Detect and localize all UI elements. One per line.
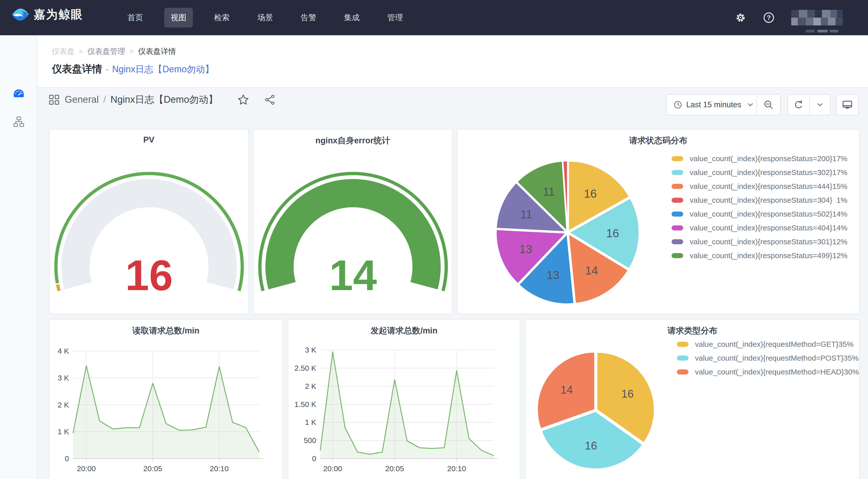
legend-item[interactable]: value_count(_index){responseStatus=302}1… — [672, 167, 847, 178]
sidebar-sitemap-icon[interactable] — [13, 116, 24, 127]
time-zoom-out-button[interactable] — [757, 95, 780, 115]
gear-icon[interactable] — [735, 12, 746, 23]
chevron-down-icon — [748, 103, 753, 107]
gauge-chart-pv: 16 — [50, 129, 249, 315]
folder-name[interactable]: General — [65, 94, 99, 105]
legend-swatch — [677, 356, 688, 361]
legend-swatch — [677, 342, 688, 347]
legend-label: value_count(_index){responseStatus=404} — [690, 223, 832, 232]
svg-text:11: 11 — [543, 185, 555, 198]
legend-percent: 14% — [832, 223, 847, 232]
legend-item[interactable]: value_count(_index){requestMethod=POST}3… — [677, 353, 847, 364]
svg-text:20:05: 20:05 — [143, 465, 162, 473]
svg-text:3 K: 3 K — [305, 346, 316, 354]
svg-text:2 K: 2 K — [58, 401, 69, 409]
legend-percent: 15% — [832, 182, 847, 191]
panel-nginx-error: nginx自身error统计 14 — [253, 129, 453, 314]
legend-item[interactable]: value_count(_index){responseStatus=404}1… — [672, 222, 847, 234]
svg-text:2.50 K: 2.50 K — [294, 364, 316, 372]
user-avatar-blurred[interactable] — [791, 10, 843, 25]
star-favorite-icon[interactable] — [238, 94, 249, 105]
legend-item[interactable]: value_count(_index){responseStatus=502}1… — [672, 209, 847, 219]
svg-text:?: ? — [767, 14, 771, 22]
help-icon[interactable]: ? — [763, 12, 775, 23]
legend-percent: 12% — [832, 251, 847, 260]
refresh-button[interactable] — [788, 95, 809, 115]
legend-item[interactable]: value_count(_index){responseStatus=304}1… — [672, 195, 847, 206]
top-nav: 嘉为鲸眼 首页视图检索场景告警集成管理 ? — [0, 0, 868, 35]
legend-percent: 12% — [832, 238, 847, 246]
svg-text:16: 16 — [125, 251, 173, 299]
legend-label: value_count(_index){responseStatus=301} — [690, 238, 832, 246]
svg-text:11: 11 — [520, 208, 532, 221]
nav-item-1[interactable]: 视图 — [164, 8, 193, 27]
logo-text: 嘉为鲸眼 — [34, 7, 83, 22]
nav-item-2[interactable]: 检索 — [208, 8, 236, 27]
svg-text:1 K: 1 K — [305, 418, 316, 426]
svg-text:14: 14 — [329, 251, 377, 299]
nav-item-5[interactable]: 集成 — [337, 8, 366, 27]
nav-item-0[interactable]: 首页 — [121, 8, 150, 27]
panel-read-requests: 读取请求总数/min 4 K3 K2 K1 K020:0020:0520:10 — [49, 319, 283, 479]
legend-label: value_count(_index){requestMethod=GET} — [695, 340, 839, 349]
clock-icon — [674, 100, 682, 109]
legend-item[interactable]: value_count(_index){responseStatus=200}1… — [672, 153, 847, 164]
svg-text:0: 0 — [312, 454, 316, 462]
legend-item[interactable]: value_count(_index){requestMethod=HEAD}3… — [677, 366, 847, 378]
svg-text:13: 13 — [519, 242, 532, 256]
svg-text:14: 14 — [585, 264, 598, 277]
breadcrumb: 仪表盘 > 仪表盘管理 > 仪表盘详情 — [52, 46, 176, 57]
legend-percent: 1% — [837, 196, 847, 205]
dashboard-grid-icon[interactable] — [49, 95, 59, 105]
legend-swatch — [672, 239, 683, 244]
time-range-picker[interactable]: Last 15 minutes — [666, 95, 756, 115]
svg-text:20:00: 20:00 — [77, 465, 96, 473]
svg-text:1 K: 1 K — [58, 427, 69, 436]
svg-text:16: 16 — [585, 440, 597, 452]
legend-percent: 35% — [839, 340, 854, 349]
refresh-icon — [794, 100, 804, 110]
legend-swatch — [672, 253, 683, 258]
legend-percent: 30% — [844, 368, 859, 376]
breadcrumb-dashboard-manage[interactable]: 仪表盘管理 — [87, 46, 125, 57]
panel-response-status: 请求状态码分布 16161413131111 value_count(_inde… — [457, 129, 860, 314]
legend-item[interactable]: value_count(_index){responseStatus=301}1… — [672, 236, 847, 247]
chevron-down-icon — [817, 103, 823, 107]
nav-item-4[interactable]: 告警 — [294, 8, 323, 27]
sidebar-dashboard-icon[interactable] — [13, 89, 24, 99]
svg-text:4 K: 4 K — [58, 347, 69, 355]
legend-item[interactable]: value_count(_index){responseStatus=444}1… — [672, 181, 847, 192]
legend-swatch — [672, 156, 683, 161]
panel-pv: PV 16 — [49, 129, 249, 314]
path-separator: / — [103, 94, 106, 105]
legend-item[interactable]: value_count(_index){requestMethod=GET}35… — [677, 339, 847, 350]
nav-item-6[interactable]: 管理 — [381, 8, 409, 27]
nav-item-3[interactable]: 场景 — [251, 8, 280, 27]
page-subtitle-dashboard-name: Nginx日志【Demo勿动】 — [112, 63, 214, 76]
dashboard-path: General / Nginx日志【Demo勿动】 — [65, 93, 218, 106]
panel-sent-requests: 发起请求总数/min 3 K2.50 K2 K1.50 K1 K500020:0… — [288, 319, 520, 479]
svg-text:16: 16 — [606, 227, 619, 240]
left-sidebar — [0, 35, 37, 479]
breadcrumb-dashboard: 仪表盘 — [52, 46, 74, 57]
svg-text:16: 16 — [584, 187, 597, 200]
tv-mode-group — [836, 94, 859, 115]
tv-mode-button[interactable] — [837, 95, 858, 115]
legend-label: value_count(_index){requestMethod=POST} — [695, 354, 844, 362]
monitor-icon — [842, 100, 852, 110]
share-icon[interactable] — [265, 94, 275, 105]
zoom-out-icon — [764, 100, 774, 110]
refresh-interval-dropdown[interactable] — [810, 95, 830, 115]
legend-swatch — [672, 170, 683, 175]
svg-text:20:10: 20:10 — [210, 465, 229, 473]
svg-text:3 K: 3 K — [58, 374, 69, 382]
legend-percent: 17% — [832, 168, 847, 177]
svg-text:20:05: 20:05 — [385, 465, 404, 473]
svg-text:20:00: 20:00 — [323, 465, 342, 473]
legend-label: value_count(_index){responseStatus=304} — [690, 196, 832, 205]
time-range-label: Last 15 minutes — [686, 100, 741, 109]
svg-text:1.50 K: 1.50 K — [294, 400, 316, 409]
legend-item[interactable]: value_count(_index){responseStatus=499}1… — [672, 250, 847, 261]
app-logo[interactable]: 嘉为鲸眼 — [11, 6, 83, 23]
svg-text:14: 14 — [561, 384, 573, 396]
